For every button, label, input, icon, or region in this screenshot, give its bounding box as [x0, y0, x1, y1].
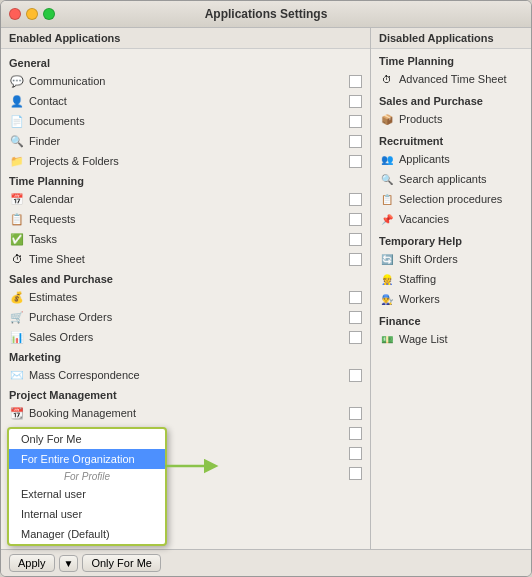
- dropdown-arrow-button[interactable]: ▼: [59, 555, 79, 572]
- only-for-me-button[interactable]: Only For Me: [82, 554, 161, 572]
- documents-checkbox[interactable]: [349, 115, 362, 128]
- list-item: 👤 Contact: [1, 91, 370, 111]
- app-label: Calendar: [29, 193, 345, 205]
- section-recruitment-right: Recruitment: [379, 135, 523, 147]
- application-window: Applications Settings Enabled Applicatio…: [0, 0, 532, 577]
- list-item: 📋 Selection procedures: [379, 189, 523, 209]
- dropdown-item-internal-user[interactable]: Internal user: [9, 504, 165, 524]
- current-projects-checkbox[interactable]: [349, 447, 362, 460]
- right-panel: Disabled Applications Time Planning ⏱ Ad…: [371, 28, 531, 549]
- finder-checkbox[interactable]: [349, 135, 362, 148]
- section-marketing: Marketing: [1, 347, 370, 365]
- section-time-planning: Time Planning: [1, 171, 370, 189]
- list-item: 💬 Communication: [1, 71, 370, 91]
- calendar-checkbox[interactable]: [349, 193, 362, 206]
- list-item: 📦 Products: [379, 109, 523, 129]
- list-item: 👨‍🔧 Workers: [379, 289, 523, 309]
- selection-procedures-icon: 📋: [379, 191, 395, 207]
- dropdown-item-only-for-me[interactable]: Only For Me: [9, 429, 165, 449]
- workers-icon: 👨‍🔧: [379, 291, 395, 307]
- traffic-lights: [9, 8, 55, 20]
- list-item: 🔍 Finder: [1, 131, 370, 151]
- dropdown-item-manager-default[interactable]: Manager (Default): [9, 524, 165, 544]
- app-label: Applicants: [399, 153, 450, 165]
- app-label: Vacancies: [399, 213, 449, 225]
- app-label: Finder: [29, 135, 345, 147]
- bottom-bar: Only For Me For Entire Organization For …: [1, 549, 531, 576]
- list-item: 👷 Staffing: [379, 269, 523, 289]
- project-planning-checkbox[interactable]: [349, 467, 362, 480]
- list-item: 👥 Applicants: [379, 149, 523, 169]
- list-item: ✅ Tasks: [1, 229, 370, 249]
- mass-correspondence-checkbox[interactable]: [349, 369, 362, 382]
- app-label: Booking Management: [29, 407, 345, 419]
- maximize-button[interactable]: [43, 8, 55, 20]
- list-item: 📄 Documents: [1, 111, 370, 131]
- estimates-checkbox[interactable]: [349, 291, 362, 304]
- search-applicants-icon: 🔍: [379, 171, 395, 187]
- list-item: 📊 Sales Orders: [1, 327, 370, 347]
- purchase-orders-checkbox[interactable]: [349, 311, 362, 324]
- contact-checkbox[interactable]: [349, 95, 362, 108]
- list-item: 🔍 Search applicants: [379, 169, 523, 189]
- app-label: Staffing: [399, 273, 436, 285]
- list-item: ✉️ Mass Correspondence: [1, 365, 370, 385]
- arrow-indicator: [165, 457, 220, 477]
- list-item: 📋 Requests: [1, 209, 370, 229]
- tasks-icon: ✅: [9, 231, 25, 247]
- app-label: Products: [399, 113, 442, 125]
- projects-folders-checkbox[interactable]: [349, 155, 362, 168]
- dropdown-menu: Only For Me For Entire Organization For …: [7, 427, 167, 546]
- app-label: Requests: [29, 213, 345, 225]
- minimize-button[interactable]: [26, 8, 38, 20]
- app-label: Search applicants: [399, 173, 486, 185]
- disabled-apps-header: Disabled Applications: [371, 28, 531, 49]
- arrow-icon: [165, 457, 220, 475]
- applicants-icon: 👥: [379, 151, 395, 167]
- section-sales-purchase: Sales and Purchase: [1, 269, 370, 287]
- apply-button[interactable]: Apply: [9, 554, 55, 572]
- section-time-planning-right: Time Planning: [379, 55, 523, 67]
- list-item: 🔄 Shift Orders: [379, 249, 523, 269]
- capacity-planning-checkbox[interactable]: [349, 427, 362, 440]
- list-item: 🛒 Purchase Orders: [1, 307, 370, 327]
- contact-icon: 👤: [9, 93, 25, 109]
- app-label: Time Sheet: [29, 253, 345, 265]
- communication-checkbox[interactable]: [349, 75, 362, 88]
- section-finance-right: Finance: [379, 315, 523, 327]
- sales-orders-checkbox[interactable]: [349, 331, 362, 344]
- estimates-icon: 💰: [9, 289, 25, 305]
- title-bar: Applications Settings: [1, 1, 531, 28]
- staffing-icon: 👷: [379, 271, 395, 287]
- list-item: 💰 Estimates: [1, 287, 370, 307]
- list-item: 📅 Calendar: [1, 189, 370, 209]
- dropdown-divider: For Profile: [9, 469, 165, 484]
- requests-checkbox[interactable]: [349, 213, 362, 226]
- timesheet-checkbox[interactable]: [349, 253, 362, 266]
- mass-correspondence-icon: ✉️: [9, 367, 25, 383]
- list-item: 💵 Wage List: [379, 329, 523, 349]
- projects-folders-icon: 📁: [9, 153, 25, 169]
- close-button[interactable]: [9, 8, 21, 20]
- booking-management-checkbox[interactable]: [349, 407, 362, 420]
- app-label: Projects & Folders: [29, 155, 345, 167]
- app-label: Mass Correspondence: [29, 369, 345, 381]
- list-item: ⏱ Advanced Time Sheet: [379, 69, 523, 89]
- communication-icon: 💬: [9, 73, 25, 89]
- sales-orders-icon: 📊: [9, 329, 25, 345]
- list-item: ⏱ Time Sheet: [1, 249, 370, 269]
- app-label: Wage List: [399, 333, 448, 345]
- app-label: Communication: [29, 75, 345, 87]
- app-label: Workers: [399, 293, 440, 305]
- window-title: Applications Settings: [205, 7, 328, 21]
- purchase-orders-icon: 🛒: [9, 309, 25, 325]
- app-label: Sales Orders: [29, 331, 345, 343]
- tasks-checkbox[interactable]: [349, 233, 362, 246]
- requests-icon: 📋: [9, 211, 25, 227]
- dropdown-item-entire-org[interactable]: For Entire Organization: [9, 449, 165, 469]
- dropdown-item-external-user[interactable]: External user: [9, 484, 165, 504]
- adv-timesheet-icon: ⏱: [379, 71, 395, 87]
- app-label: Purchase Orders: [29, 311, 345, 323]
- products-icon: 📦: [379, 111, 395, 127]
- section-temporary-help-right: Temporary Help: [379, 235, 523, 247]
